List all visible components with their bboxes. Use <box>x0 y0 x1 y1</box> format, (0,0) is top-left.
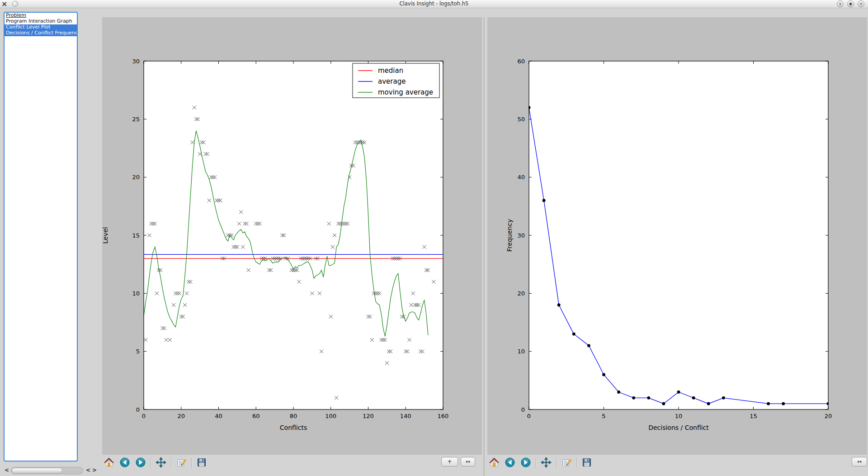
svg-text:60: 60 <box>517 58 525 65</box>
svg-text:140: 140 <box>400 413 411 419</box>
sidebar-item-conflict-level-plot[interactable]: Conflict Level Plot <box>5 24 77 30</box>
toolbar-separator <box>151 458 151 468</box>
svg-text:40: 40 <box>517 174 525 181</box>
forward-button[interactable] <box>135 457 146 469</box>
toolbar-left <box>103 456 208 470</box>
minimize-button[interactable]: ∨ <box>837 0 844 7</box>
resize-button-left[interactable]: ↔ <box>461 457 475 466</box>
scrollbar-thumb[interactable] <box>12 468 62 473</box>
back-button[interactable] <box>504 457 516 469</box>
edit-button[interactable] <box>561 457 572 469</box>
svg-text:160: 160 <box>438 413 449 419</box>
pan-button[interactable] <box>155 457 167 469</box>
sidebar-horizontal-scrollbar: < < > <box>1 466 99 475</box>
toolbar-separator <box>191 458 192 468</box>
pan-button[interactable] <box>540 457 552 469</box>
scroll-left-button[interactable]: < <box>5 467 9 473</box>
axes-background <box>144 61 443 409</box>
svg-text:5: 5 <box>136 348 140 355</box>
svg-text:100: 100 <box>325 413 336 419</box>
svg-text:20: 20 <box>517 290 525 297</box>
toolbar-separator <box>536 458 536 468</box>
y-axis-label: Level <box>102 227 109 244</box>
svg-text:80: 80 <box>290 413 297 419</box>
scrollbar-groove[interactable] <box>11 467 83 474</box>
home-button[interactable] <box>488 457 500 469</box>
legend-label-moving-average: moving average <box>378 88 433 96</box>
legend: medianaveragemoving average <box>353 63 439 98</box>
x-axis-label: Conflicts <box>280 424 307 431</box>
edit-icon <box>176 457 187 468</box>
home-icon <box>489 457 500 468</box>
toolbar-separator <box>171 458 171 468</box>
forward-button[interactable] <box>520 457 532 469</box>
svg-text:0: 0 <box>521 406 525 413</box>
svg-text:15: 15 <box>132 232 140 239</box>
svg-text:30: 30 <box>132 58 140 65</box>
decisions-frequency-canvas[interactable]: 051015200102030405060Decisions / Conflic… <box>487 17 867 455</box>
close-button[interactable]: × <box>858 0 864 7</box>
svg-text:50: 50 <box>517 116 525 123</box>
toolbar-separator <box>576 458 577 468</box>
sidebar-item-program-interaction-graph[interactable]: Program Interaction Graph <box>5 19 77 24</box>
svg-text:10: 10 <box>675 413 683 419</box>
add-button[interactable]: + <box>441 457 458 466</box>
sidebar-item-decisions-conflict-frequency-dis[interactable]: Decisions / Conflict Frequency Dis <box>5 30 77 36</box>
save-icon <box>196 457 207 468</box>
edit-icon <box>561 457 572 468</box>
edit-button[interactable] <box>175 457 187 469</box>
window-title: Clavis Insight - logs/toh.h5 <box>0 0 868 7</box>
save-button[interactable] <box>581 457 593 469</box>
save-button[interactable] <box>196 457 208 469</box>
svg-text:20: 20 <box>132 174 140 181</box>
home-button[interactable] <box>103 457 115 469</box>
conflict-level-canvas[interactable]: 020406080100120140160051015202530Conflic… <box>102 17 482 455</box>
forward-icon <box>520 457 531 468</box>
y-axis-label: Frequency <box>506 219 513 252</box>
svg-text:10: 10 <box>517 348 525 355</box>
scroll-back-button[interactable]: < <box>86 467 90 473</box>
svg-text:10: 10 <box>132 290 140 297</box>
svg-text:20: 20 <box>825 413 832 419</box>
toolbar-right <box>488 456 593 470</box>
scroll-forward-button[interactable]: > <box>92 467 97 473</box>
titlebar: × Clavis Insight - logs/toh.h5 ∨ ◆ × <box>0 0 868 8</box>
svg-text:40: 40 <box>215 413 222 419</box>
svg-text:5: 5 <box>602 413 605 419</box>
sidebar-item-problem[interactable]: Problem <box>5 13 77 19</box>
svg-text:0: 0 <box>142 413 146 419</box>
x-axis-label: Decisions / Conflict <box>648 424 709 431</box>
back-button[interactable] <box>119 457 131 469</box>
axes-background <box>529 61 828 409</box>
svg-text:15: 15 <box>750 413 757 419</box>
svg-text:0: 0 <box>527 413 531 419</box>
save-icon <box>581 457 592 468</box>
back-icon <box>119 457 130 468</box>
svg-text:20: 20 <box>177 413 185 419</box>
maximize-button[interactable]: ◆ <box>847 0 854 7</box>
pan-icon <box>156 457 166 468</box>
home-icon <box>104 457 114 468</box>
legend-label-median: median <box>378 67 403 75</box>
toolbar-separator <box>556 458 557 468</box>
svg-text:60: 60 <box>252 413 260 419</box>
back-icon <box>505 457 515 468</box>
panel-divider <box>484 17 484 476</box>
pan-icon <box>541 457 552 468</box>
svg-text:25: 25 <box>132 116 140 123</box>
plot-list[interactable]: ProblemProgram Interaction GraphConflict… <box>4 12 78 462</box>
svg-text:120: 120 <box>363 413 374 419</box>
resize-button-right[interactable]: ↔ <box>852 457 867 466</box>
svg-text:30: 30 <box>517 232 525 239</box>
svg-text:0: 0 <box>136 406 140 413</box>
forward-icon <box>135 457 146 468</box>
legend-label-average: average <box>378 77 406 86</box>
